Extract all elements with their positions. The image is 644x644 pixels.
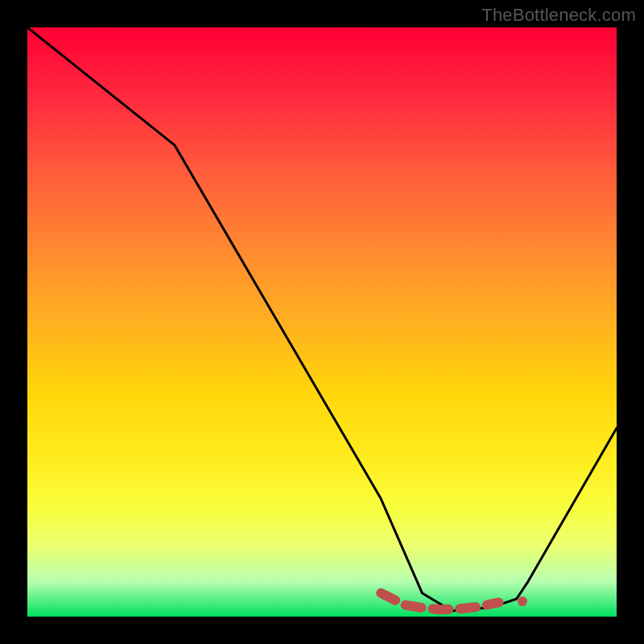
highlight-dot (518, 597, 527, 606)
curve-path (27, 27, 617, 611)
watermark-text: TheBottleneck.com (481, 5, 636, 26)
chart-frame (27, 27, 617, 617)
chart-svg (27, 27, 617, 617)
